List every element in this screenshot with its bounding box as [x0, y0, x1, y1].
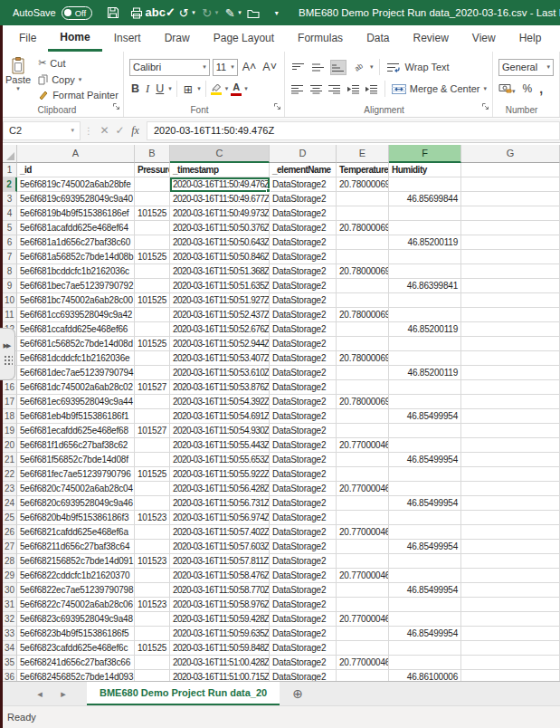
cell[interactable]: 20.78000069 — [337, 308, 389, 322]
cell[interactable] — [461, 279, 560, 293]
underline-button[interactable]: U — [154, 82, 166, 95]
cell[interactable] — [337, 467, 389, 482]
cell[interactable]: 46.85200119 — [389, 366, 461, 380]
font-color-button[interactable]: A — [231, 82, 242, 96]
row-header-35[interactable]: 35 — [3, 656, 17, 670]
cell[interactable]: 5e6f681acafdd625e468ef64 — [17, 221, 135, 235]
cell[interactable]: DataStorage2 — [270, 438, 337, 453]
cell[interactable] — [337, 583, 389, 598]
cell[interactable] — [135, 540, 170, 554]
cell[interactable] — [461, 554, 560, 569]
cell[interactable] — [135, 221, 170, 235]
cell[interactable]: DataStorage2 — [270, 395, 337, 409]
clipboard-dialog-launcher-icon[interactable] — [112, 98, 120, 114]
cell[interactable]: 5e6f68241d656c27baf38c66 — [17, 656, 135, 670]
cell[interactable]: 2020-03-16T11:50:59.428Z — [170, 612, 270, 627]
cell[interactable] — [337, 540, 389, 554]
cell[interactable]: 5e6f6820b4b9f515386186f3 — [17, 511, 135, 525]
cell[interactable]: 2020-03-16T11:50:56.974Z — [170, 511, 270, 525]
cell[interactable]: 2020-03-16T11:50:56.731Z — [170, 496, 270, 511]
cell[interactable]: 2020-03-16T11:50:56.428Z — [170, 482, 270, 496]
cell[interactable] — [461, 612, 560, 627]
cell[interactable]: 2020-03-16T11:50:49.973Z — [170, 206, 270, 221]
cell[interactable] — [461, 583, 560, 598]
cell[interactable] — [135, 583, 170, 598]
cell[interactable]: 2020-03-16T11:50:57.402Z — [170, 525, 270, 540]
row-header-11[interactable]: 11 — [3, 308, 17, 322]
cell[interactable] — [337, 627, 389, 641]
increase-indent-button[interactable] — [365, 81, 379, 97]
row-header-4[interactable]: 4 — [3, 206, 17, 221]
tab-insert[interactable]: Insert — [102, 25, 153, 52]
cell[interactable] — [135, 235, 170, 250]
fill-color-button[interactable] — [211, 82, 223, 95]
row-header-34[interactable]: 34 — [3, 641, 17, 656]
cell[interactable] — [461, 496, 560, 511]
cell[interactable] — [135, 395, 170, 409]
cell[interactable] — [461, 351, 560, 366]
cell[interactable]: 20.77000046 — [337, 612, 389, 627]
row-header-2[interactable]: 2 — [3, 177, 17, 192]
cell[interactable] — [461, 308, 560, 322]
cell[interactable]: 46.85499954 — [389, 627, 461, 641]
cell[interactable]: 5e6f681ecafdd625e468ef68 — [17, 424, 135, 438]
cell[interactable]: 5e6f6821cafdd625e468ef6a — [17, 525, 135, 540]
row-header-22[interactable]: 22 — [3, 467, 17, 482]
tab-home[interactable]: Home — [48, 25, 101, 52]
cell[interactable]: 2020-03-16T11:50:53.876Z — [170, 380, 270, 395]
cell[interactable] — [337, 424, 389, 438]
cell[interactable]: 5e6f681f1d656c27baf38c62 — [17, 438, 135, 453]
tab-page-layout[interactable]: Page Layout — [202, 25, 286, 52]
cell[interactable]: 5e6f681ccafdd625e468ef66 — [17, 322, 135, 337]
cell[interactable] — [337, 337, 389, 351]
cell[interactable] — [135, 279, 170, 293]
cell[interactable]: 5e6f6820c745002a6ab28c04 — [17, 482, 135, 496]
cell[interactable] — [337, 250, 389, 264]
cell[interactable]: 46.85499954 — [389, 496, 461, 511]
cell[interactable]: 2020-03-16T11:50:59.635Z — [170, 627, 270, 641]
cell[interactable]: 2020-03-16T11:50:58.976Z — [170, 598, 270, 612]
cell[interactable]: 5e6f6822cddcfc1b21620370 — [17, 569, 135, 583]
cell[interactable] — [135, 627, 170, 641]
middle-align-button[interactable] — [310, 60, 327, 75]
cell[interactable]: Pressure — [135, 163, 170, 177]
cell[interactable] — [461, 467, 560, 482]
cell[interactable] — [389, 264, 461, 279]
enter-icon[interactable]: ✓ — [112, 124, 128, 137]
bottom-align-button[interactable] — [330, 60, 346, 75]
borders-chevron-icon[interactable]: ▾ — [197, 85, 201, 92]
cell[interactable]: DataStorage2 — [270, 206, 337, 221]
underline-chevron-icon[interactable]: ▾ — [168, 85, 172, 92]
cell[interactable]: 5e6f681a1d656c27baf38c60 — [17, 235, 135, 250]
cell[interactable] — [389, 221, 461, 235]
row-header-29[interactable]: 29 — [3, 569, 17, 583]
cell[interactable]: 20.78000069 — [337, 395, 389, 409]
cell[interactable]: 2020-03-16T11:50:50.643Z — [170, 235, 270, 250]
row-header-19[interactable]: 19 — [3, 424, 17, 438]
cell[interactable] — [135, 656, 170, 670]
cell[interactable] — [389, 612, 461, 627]
cell[interactable]: DataStorage2 — [270, 627, 337, 641]
cell[interactable] — [135, 482, 170, 496]
cell[interactable]: 101525 — [135, 293, 170, 308]
cell[interactable] — [135, 496, 170, 511]
tab-review[interactable]: Review — [401, 25, 460, 52]
merge-chevron-icon[interactable]: ▾ — [483, 85, 487, 92]
cell[interactable] — [389, 177, 461, 192]
row-header-16[interactable]: 16 — [3, 380, 17, 395]
sheet-tab[interactable]: BME680 Demo Project Run data_20 — [87, 682, 280, 705]
cell[interactable] — [135, 525, 170, 540]
cell[interactable] — [389, 525, 461, 540]
cell[interactable]: DataStorage2 — [270, 583, 337, 598]
redo-chevron-icon[interactable]: ▾ — [215, 9, 219, 16]
tab-data[interactable]: Data — [355, 25, 401, 52]
cell[interactable]: DataStorage2 — [270, 656, 337, 670]
column-header-F[interactable]: F — [389, 145, 461, 163]
row-header-3[interactable]: 3 — [3, 192, 17, 206]
cell[interactable] — [461, 424, 560, 438]
row-header-20[interactable]: 20 — [3, 438, 17, 453]
cell[interactable]: 5e6f681bec7ae51239790792 — [17, 279, 135, 293]
cell[interactable] — [135, 453, 170, 467]
cell[interactable]: 2020-03-16T11:50:51.635Z — [170, 279, 270, 293]
cell[interactable]: DataStorage2 — [270, 554, 337, 569]
